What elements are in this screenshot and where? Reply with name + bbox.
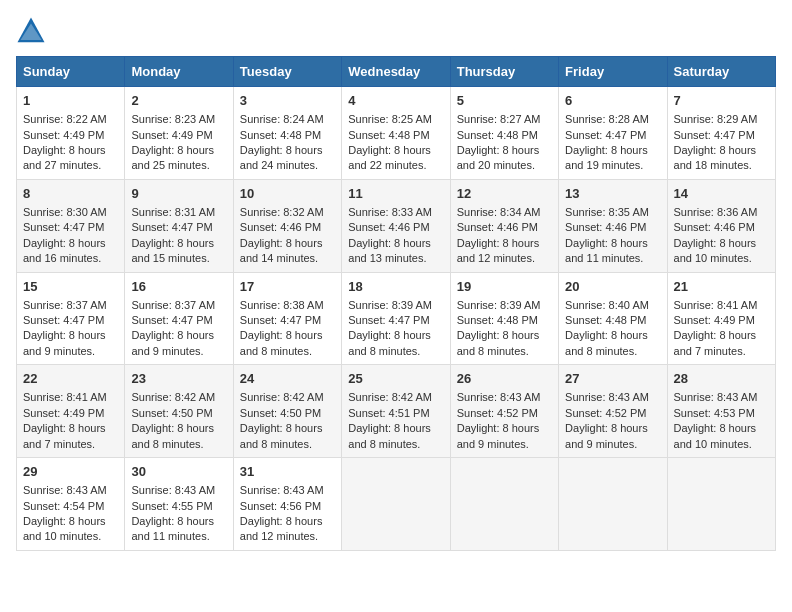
day-info-line: Daylight: 8 hours: [240, 236, 335, 251]
calendar-day-cell: 26Sunrise: 8:43 AMSunset: 4:52 PMDayligh…: [450, 365, 558, 458]
day-info-line: Sunset: 4:47 PM: [131, 220, 226, 235]
day-number: 2: [131, 92, 226, 110]
weekday-header-row: SundayMondayTuesdayWednesdayThursdayFrid…: [17, 57, 776, 87]
day-info-line: Sunset: 4:46 PM: [240, 220, 335, 235]
day-info-line: Sunset: 4:48 PM: [348, 128, 443, 143]
day-info-line: and 15 minutes.: [131, 251, 226, 266]
day-info-line: and 10 minutes.: [674, 251, 769, 266]
day-info-line: Sunset: 4:54 PM: [23, 499, 118, 514]
day-number: 29: [23, 463, 118, 481]
day-number: 31: [240, 463, 335, 481]
day-info-line: Sunset: 4:47 PM: [674, 128, 769, 143]
day-info-line: and 11 minutes.: [131, 529, 226, 544]
day-info-line: Daylight: 8 hours: [565, 328, 660, 343]
day-number: 4: [348, 92, 443, 110]
calendar-day-cell: 28Sunrise: 8:43 AMSunset: 4:53 PMDayligh…: [667, 365, 775, 458]
day-info-line: Daylight: 8 hours: [457, 421, 552, 436]
day-info-line: Sunset: 4:51 PM: [348, 406, 443, 421]
day-number: 17: [240, 278, 335, 296]
day-info-line: Sunset: 4:50 PM: [131, 406, 226, 421]
day-number: 28: [674, 370, 769, 388]
day-info-line: Daylight: 8 hours: [240, 328, 335, 343]
day-info-line: Daylight: 8 hours: [565, 421, 660, 436]
weekday-header-tuesday: Tuesday: [233, 57, 341, 87]
calendar-day-cell: 16Sunrise: 8:37 AMSunset: 4:47 PMDayligh…: [125, 272, 233, 365]
day-info-line: and 14 minutes.: [240, 251, 335, 266]
calendar-day-cell: 20Sunrise: 8:40 AMSunset: 4:48 PMDayligh…: [559, 272, 667, 365]
day-info-line: Sunrise: 8:23 AM: [131, 112, 226, 127]
day-number: 11: [348, 185, 443, 203]
day-info-line: and 8 minutes.: [348, 437, 443, 452]
day-number: 27: [565, 370, 660, 388]
day-info-line: Sunset: 4:49 PM: [23, 128, 118, 143]
day-info-line: Sunset: 4:48 PM: [457, 128, 552, 143]
calendar-day-cell: 27Sunrise: 8:43 AMSunset: 4:52 PMDayligh…: [559, 365, 667, 458]
day-info-line: and 10 minutes.: [674, 437, 769, 452]
day-info-line: and 25 minutes.: [131, 158, 226, 173]
day-info-line: Sunrise: 8:29 AM: [674, 112, 769, 127]
day-info-line: Sunrise: 8:35 AM: [565, 205, 660, 220]
day-info-line: Daylight: 8 hours: [23, 143, 118, 158]
day-info-line: and 9 minutes.: [565, 437, 660, 452]
day-info-line: Sunrise: 8:27 AM: [457, 112, 552, 127]
day-info-line: Sunset: 4:49 PM: [23, 406, 118, 421]
day-info-line: Sunrise: 8:33 AM: [348, 205, 443, 220]
logo-icon: [16, 16, 46, 46]
calendar-week-row: 29Sunrise: 8:43 AMSunset: 4:54 PMDayligh…: [17, 458, 776, 551]
day-info-line: Daylight: 8 hours: [131, 328, 226, 343]
day-info-line: Daylight: 8 hours: [131, 236, 226, 251]
logo: [16, 16, 50, 46]
day-info-line: Sunrise: 8:32 AM: [240, 205, 335, 220]
day-info-line: Sunset: 4:48 PM: [457, 313, 552, 328]
day-info-line: and 7 minutes.: [674, 344, 769, 359]
day-info-line: Sunset: 4:52 PM: [457, 406, 552, 421]
day-info-line: and 9 minutes.: [457, 437, 552, 452]
day-info-line: Daylight: 8 hours: [240, 143, 335, 158]
day-info-line: Sunset: 4:47 PM: [565, 128, 660, 143]
day-info-line: and 8 minutes.: [457, 344, 552, 359]
day-info-line: Daylight: 8 hours: [240, 514, 335, 529]
day-info-line: Sunrise: 8:22 AM: [23, 112, 118, 127]
day-info-line: Sunrise: 8:28 AM: [565, 112, 660, 127]
calendar-week-row: 8Sunrise: 8:30 AMSunset: 4:47 PMDaylight…: [17, 179, 776, 272]
day-info-line: Sunrise: 8:37 AM: [23, 298, 118, 313]
day-number: 12: [457, 185, 552, 203]
day-number: 13: [565, 185, 660, 203]
day-number: 24: [240, 370, 335, 388]
day-info-line: Daylight: 8 hours: [565, 236, 660, 251]
day-info-line: and 12 minutes.: [240, 529, 335, 544]
day-info-line: Sunset: 4:47 PM: [131, 313, 226, 328]
day-info-line: Sunrise: 8:37 AM: [131, 298, 226, 313]
day-info-line: Sunrise: 8:24 AM: [240, 112, 335, 127]
day-number: 16: [131, 278, 226, 296]
weekday-header-sunday: Sunday: [17, 57, 125, 87]
day-info-line: Sunrise: 8:39 AM: [457, 298, 552, 313]
day-info-line: Sunset: 4:46 PM: [348, 220, 443, 235]
day-info-line: and 8 minutes.: [565, 344, 660, 359]
day-info-line: and 7 minutes.: [23, 437, 118, 452]
day-info-line: and 9 minutes.: [23, 344, 118, 359]
day-number: 22: [23, 370, 118, 388]
day-info-line: and 22 minutes.: [348, 158, 443, 173]
day-info-line: Sunrise: 8:42 AM: [348, 390, 443, 405]
day-info-line: Daylight: 8 hours: [674, 421, 769, 436]
day-info-line: Sunset: 4:46 PM: [565, 220, 660, 235]
day-info-line: Daylight: 8 hours: [565, 143, 660, 158]
day-number: 21: [674, 278, 769, 296]
day-info-line: and 11 minutes.: [565, 251, 660, 266]
day-info-line: Daylight: 8 hours: [23, 236, 118, 251]
page-header: [16, 16, 776, 46]
day-info-line: and 16 minutes.: [23, 251, 118, 266]
day-info-line: Daylight: 8 hours: [23, 328, 118, 343]
calendar-day-cell: 13Sunrise: 8:35 AMSunset: 4:46 PMDayligh…: [559, 179, 667, 272]
calendar-day-cell: 11Sunrise: 8:33 AMSunset: 4:46 PMDayligh…: [342, 179, 450, 272]
day-info-line: Sunrise: 8:43 AM: [457, 390, 552, 405]
day-info-line: and 10 minutes.: [23, 529, 118, 544]
day-number: 1: [23, 92, 118, 110]
day-info-line: and 8 minutes.: [348, 344, 443, 359]
calendar-day-cell: 18Sunrise: 8:39 AMSunset: 4:47 PMDayligh…: [342, 272, 450, 365]
day-info-line: Sunset: 4:47 PM: [23, 220, 118, 235]
calendar-day-cell: [450, 458, 558, 551]
calendar-day-cell: 22Sunrise: 8:41 AMSunset: 4:49 PMDayligh…: [17, 365, 125, 458]
calendar-day-cell: [559, 458, 667, 551]
